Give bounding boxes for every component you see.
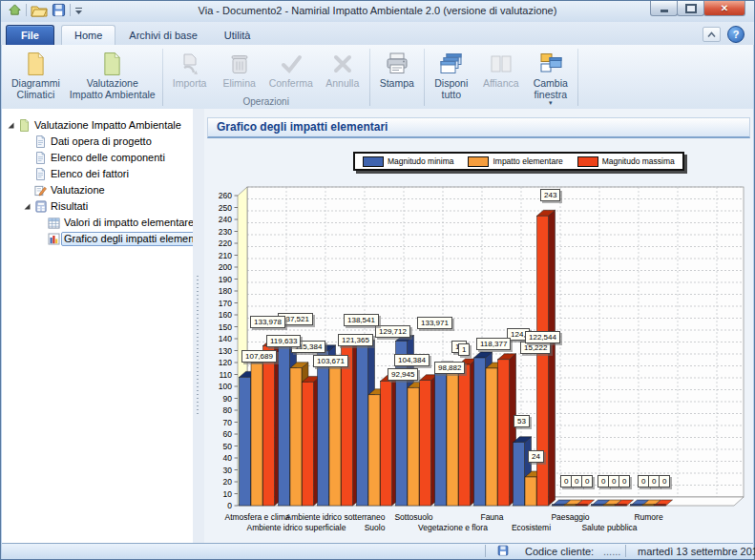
splitter-handle-icon (197, 276, 199, 414)
x-category-label: Ecosistemi (512, 523, 551, 532)
tree-item-label: Grafico degli impatti elementari (61, 232, 212, 246)
value-label: 0 (659, 475, 670, 487)
button-label: Disponi (434, 77, 468, 89)
table-s-icon (47, 218, 61, 229)
status-separator (625, 545, 626, 557)
legend-label: Impatto elementare (493, 156, 562, 166)
minimize-icon (661, 10, 668, 12)
stampa-button[interactable]: Stampa (372, 47, 422, 91)
doc-yellow-icon (26, 50, 46, 77)
tab-file[interactable]: File (6, 25, 54, 46)
y-tick-label: 100 (219, 382, 232, 391)
client-code-label: Codice cliente: (525, 546, 594, 557)
chart-legend: Magnitudo minimaImpatto elementareMagnit… (353, 152, 684, 171)
ribbon: DiagrammiClimaticiValutazioneImpatto Amb… (2, 45, 753, 110)
tree-item-risultati[interactable]: Risultati (2, 198, 212, 215)
help-button[interactable]: ? (727, 26, 745, 43)
printer-icon (385, 50, 409, 77)
value-label: 121,365 (338, 334, 373, 346)
tree-expander-icon[interactable] (5, 121, 17, 130)
ribbon-group-0: DiagrammiClimaticiValutazioneImpatto Amb… (6, 46, 161, 109)
button-label: Elimina (222, 77, 255, 89)
value-label: 0 (581, 475, 593, 487)
tree-item-elenco-dei-fattori[interactable]: Elenco dei fattori (2, 166, 212, 182)
valutazione-impatto-ambientale-button[interactable]: ValutazioneImpatto Ambientale (65, 47, 160, 102)
diagrammi-climatici-button[interactable]: DiagrammiClimatici (7, 47, 65, 102)
main-area: Valutazione Impatto AmbientaleDati opera… (2, 109, 753, 544)
x-category-label: Fauna (480, 512, 503, 522)
save-icon[interactable] (52, 3, 66, 17)
edit-s-icon (33, 184, 48, 197)
disponi-tutto-button[interactable]: Disponitutto (427, 47, 476, 102)
ribbon-extra-buttons: ? (703, 26, 745, 43)
button-label: Importa (173, 77, 207, 89)
legend-swatch-icon (363, 156, 384, 167)
navigation-tree: Valutazione Impatto AmbientaleDati opera… (2, 109, 193, 544)
y-tick-label: 10 (223, 489, 233, 499)
cambia-finestra-button[interactable]: Cambiafinestra▾ (526, 47, 576, 108)
tree-expander-icon[interactable] (21, 202, 33, 211)
doc-green-s-icon (17, 119, 31, 132)
qat-menu-icon[interactable] (74, 5, 83, 16)
y-tick-label: 40 (223, 453, 233, 463)
y-tick-label: 110 (219, 370, 232, 380)
button-label: Conferma (269, 77, 313, 89)
value-label: 103,671 (313, 355, 348, 367)
qat-separator (26, 4, 27, 16)
tab-utilit[interactable]: Utilità (211, 25, 264, 46)
tree-item-valutazione[interactable]: Valutazione (2, 182, 212, 198)
doc-green-icon (102, 50, 122, 77)
button-label: Annulla (325, 77, 359, 89)
x-category-label: Ambiente idrico superficiale (247, 523, 346, 532)
button-label: Climatici (17, 89, 55, 100)
app-home-icon[interactable] (8, 3, 22, 17)
value-label: 24 (528, 450, 544, 463)
switch-window-icon (538, 50, 563, 77)
value-label: 118,377 (476, 338, 511, 350)
calc-s-icon (33, 200, 48, 213)
tab-home[interactable]: Home (61, 25, 115, 46)
doc-s-icon (33, 168, 48, 180)
y-tick-label: 240 (219, 215, 232, 224)
button-label: Stampa (380, 77, 414, 89)
value-label: 107,689 (241, 350, 277, 363)
ribbon-tab-row: FileHomeArchivi di baseUtilità (1, 22, 754, 46)
status-date: martedì 13 settembre 2011 (638, 546, 755, 557)
tree-item-label: Elenco dei fattori (48, 168, 132, 180)
collapse-ribbon-button[interactable] (703, 27, 721, 42)
y-tick-label: 130 (219, 346, 232, 356)
tab-archivi-di-base[interactable]: Archivi di base (115, 25, 211, 46)
button-label: Cambia (534, 77, 568, 89)
value-label: 98,882 (434, 362, 465, 374)
content-panel: Grafico degli impatti elementari 0102030… (204, 109, 753, 544)
x-category-label: Suolo (365, 523, 386, 532)
x-category-label: Vegetazione e flora (418, 523, 488, 532)
close-button[interactable]: ✕ (703, 1, 745, 16)
minimize-button[interactable] (650, 1, 678, 16)
quick-access-toolbar (8, 3, 83, 17)
x-category-label: Paesaggio (551, 512, 589, 522)
tree-item-elenco-delle-componenti[interactable]: Elenco delle componenti (2, 150, 212, 166)
y-tick-label: 50 (223, 442, 233, 451)
tree-item-label: Elenco delle componenti (48, 152, 168, 164)
window-title: Via - Documento2 - Namirial Impatto Ambi… (115, 5, 640, 16)
ribbon-group-label (372, 96, 422, 109)
button-label: Valutazione (87, 77, 138, 89)
open-document-icon[interactable] (31, 4, 48, 17)
legend-label: Magnitudo massima (602, 156, 675, 166)
tree-item-grafico-degli-impatti-elementari[interactable]: Grafico degli impatti elementari (2, 231, 225, 247)
tree-item-label: Dati opera di progetto (48, 135, 155, 148)
ribbon-group-finestra: DisponituttoAffiancaCambiafinestra▾Fines… (426, 46, 577, 109)
button-label: tutto (442, 89, 461, 100)
title-bar: Via - Documento2 - Namirial Impatto Ambi… (1, 1, 754, 23)
panel-splitter[interactable] (193, 109, 204, 544)
tree-item-label: Risultati (48, 200, 91, 213)
save-status-icon (497, 545, 509, 558)
value-label: 104,384 (394, 354, 430, 366)
tree-item-valutazione-impatto-ambientale[interactable]: Valutazione Impatto Ambientale (2, 117, 196, 134)
button-label: Affianca (483, 77, 519, 89)
maximize-button[interactable] (677, 1, 704, 16)
tree-item-valori-di-impatto-elementare[interactable]: Valori di impatto elementare (2, 215, 225, 231)
tree-item-dati-opera-di-progetto[interactable]: Dati opera di progetto (2, 134, 212, 150)
y-tick-label: 140 (219, 334, 232, 343)
